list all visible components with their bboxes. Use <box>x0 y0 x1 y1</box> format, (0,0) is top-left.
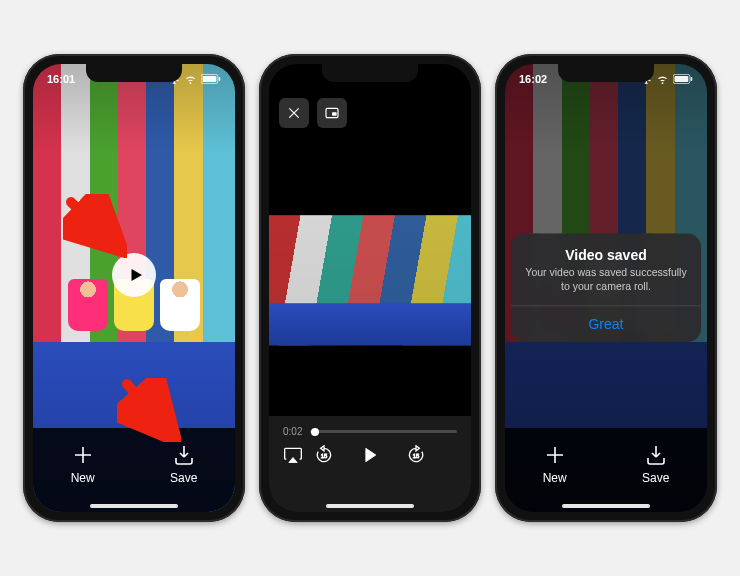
home-indicator[interactable] <box>562 504 650 508</box>
elapsed-time: 0:02 <box>283 426 302 437</box>
play-icon <box>360 445 380 465</box>
svg-text:15: 15 <box>413 453 419 459</box>
saved-alert: Video saved Your video was saved success… <box>511 233 701 342</box>
person-3 <box>160 279 200 331</box>
save-button[interactable]: Save <box>642 443 669 485</box>
plus-icon <box>71 443 95 467</box>
new-button[interactable]: New <box>71 443 95 485</box>
status-time: 16:01 <box>47 73 75 85</box>
wifi-icon <box>656 74 669 85</box>
notch <box>558 64 654 82</box>
download-icon <box>172 443 196 467</box>
forward-15-icon: 15 <box>406 445 426 465</box>
home-indicator[interactable] <box>90 504 178 508</box>
notch <box>322 64 418 82</box>
phone-3: 16:02 Video saved Your video was saved s… <box>495 54 717 522</box>
svg-rect-8 <box>675 76 689 82</box>
phone-row: 16:01 New <box>23 54 717 522</box>
battery-icon <box>201 74 221 84</box>
svg-rect-1 <box>203 76 217 82</box>
battery-icon <box>673 74 693 84</box>
notch <box>86 64 182 82</box>
close-button[interactable] <box>279 98 309 128</box>
svg-rect-2 <box>219 77 221 81</box>
player-play-button[interactable] <box>360 445 380 469</box>
svg-text:15: 15 <box>321 453 327 459</box>
pip-button[interactable] <box>317 98 347 128</box>
svg-rect-9 <box>691 77 693 81</box>
bottom-toolbar: New Save <box>505 428 707 512</box>
plus-icon <box>543 443 567 467</box>
airplay-button[interactable] <box>283 445 303 469</box>
video-frame <box>269 215 471 345</box>
back-15-button[interactable]: 15 <box>314 445 334 469</box>
player-top-bar <box>269 94 471 132</box>
forward-15-button[interactable]: 15 <box>406 445 426 469</box>
screen-3: 16:02 Video saved Your video was saved s… <box>505 64 707 512</box>
annotation-arrow-play <box>63 194 127 262</box>
transport-controls: 15 15 <box>283 445 457 469</box>
screen-2: 0:02 15 15 <box>269 64 471 512</box>
annotation-arrow-save <box>117 378 181 446</box>
person-1 <box>68 279 108 331</box>
screen-1: 16:01 New <box>33 64 235 512</box>
save-button[interactable]: Save <box>170 443 197 485</box>
alert-confirm-button[interactable]: Great <box>511 307 701 343</box>
wifi-icon <box>184 74 197 85</box>
phone-2: 0:02 15 15 <box>259 54 481 522</box>
phone-1: 16:01 New <box>23 54 245 522</box>
close-icon <box>286 105 302 121</box>
scrub-thumb[interactable] <box>311 428 319 436</box>
airplay-icon <box>283 445 303 465</box>
play-icon <box>127 266 145 284</box>
save-label: Save <box>642 471 669 485</box>
status-time: 16:02 <box>519 73 547 85</box>
player-controls: 0:02 15 15 <box>269 416 471 512</box>
scrubber[interactable]: 0:02 <box>283 426 457 437</box>
new-label: New <box>543 471 567 485</box>
alert-message: Your video was saved successfully to you… <box>511 265 701 305</box>
new-button[interactable]: New <box>543 443 567 485</box>
save-label: Save <box>170 471 197 485</box>
alert-title: Video saved <box>511 233 701 265</box>
svg-rect-4 <box>332 112 337 115</box>
video-player-view[interactable] <box>269 215 471 345</box>
pip-icon <box>324 105 340 121</box>
download-icon <box>644 443 668 467</box>
scrub-track[interactable] <box>310 430 457 433</box>
new-label: New <box>71 471 95 485</box>
home-indicator[interactable] <box>326 504 414 508</box>
back-15-icon: 15 <box>314 445 334 465</box>
